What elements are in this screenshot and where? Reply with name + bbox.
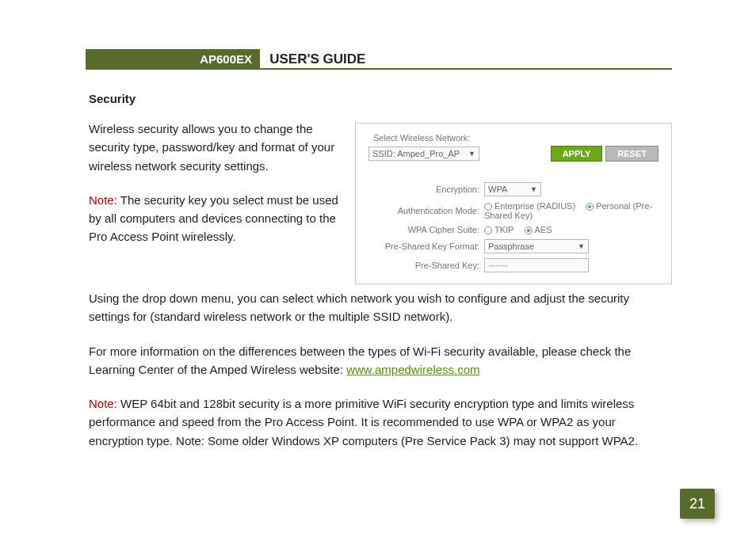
encryption-dropdown[interactable]: WPA ▼ [484,182,541,196]
cipher-label: WPA Cipher Suite: [368,225,484,234]
auth-enterprise-option[interactable]: Enterprise (RADIUS) [484,201,575,211]
note1-text: The security key you select must be used… [89,193,338,244]
ampedwireless-link[interactable]: www.ampedwireless.com [346,363,479,376]
note-label: Note: [89,397,117,410]
radio-icon [586,203,594,211]
section-heading: Security [89,92,672,105]
radio-icon [525,227,533,234]
settings-panel: Select Wireless Network: SSID: Amped_Pro… [355,123,672,284]
chevron-down-icon: ▼ [578,241,585,252]
psk-format-dropdown[interactable]: Passphrase ▼ [484,239,589,253]
chevron-down-icon: ▼ [468,148,475,159]
chevron-down-icon: ▼ [530,184,537,195]
psk-format-value: Passphrase [488,241,534,252]
psk-format-label: Pre-Shared Key Format: [368,242,484,251]
auth-mode-label: Authentication Mode: [368,206,484,215]
encryption-value: WPA [488,184,507,195]
encryption-label: Encryption: [368,185,484,194]
paragraph-moreinfo: For more information on the differences … [89,342,672,379]
psk-label: Pre-Shared Key: [368,261,484,270]
paragraph-note1: Note: The security key you select must b… [89,191,339,246]
reset-button[interactable]: RESET [605,146,659,162]
note2-text: WEP 64bit and 128bit security is a more … [89,397,638,447]
select-network-label: Select Wireless Network: [373,133,659,143]
paragraph-note2: Note: WEP 64bit and 128bit security is a… [89,394,672,450]
paragraph-intro: Wireless security allows you to change t… [89,120,339,175]
ssid-value: SSID: Amped_Pro_AP [372,148,460,159]
page-number: 21 [680,489,715,519]
psk-input[interactable]: ········ [484,258,589,272]
apply-button[interactable]: APPLY [551,146,603,162]
page-header: AP600EX USER'S GUIDE [86,49,672,70]
ssid-dropdown[interactable]: SSID: Amped_Pro_AP ▼ [368,147,479,161]
radio-icon [484,203,492,211]
radio-icon [484,227,492,234]
cipher-tkip-option[interactable]: TKIP [484,225,514,234]
guide-title: USER'S GUIDE [269,49,365,70]
note-label: Note: [89,193,117,207]
psk-value: ········ [488,260,507,271]
paragraph-dropdown: Using the drop down menu, you can select… [89,289,672,326]
cipher-aes-option[interactable]: AES [525,225,552,234]
model-badge: AP600EX [86,49,260,70]
